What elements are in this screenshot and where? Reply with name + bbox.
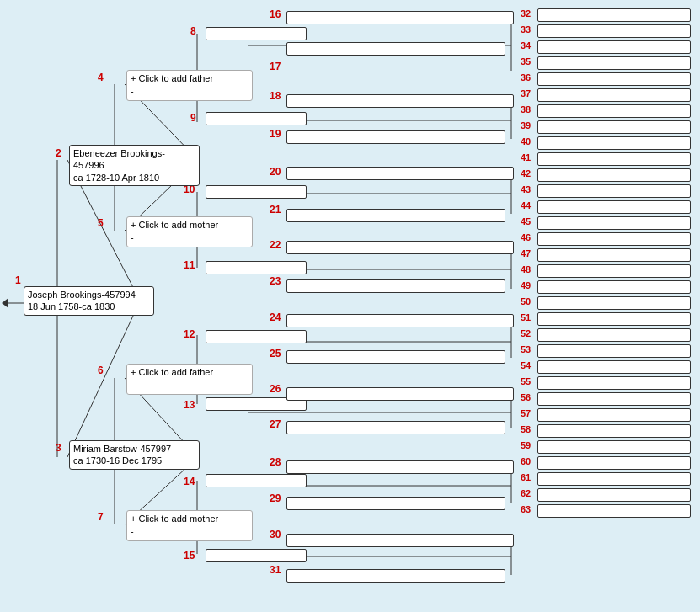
- gen3-box-24[interactable]: [286, 314, 514, 327]
- right-num-57: 57: [521, 408, 531, 418]
- gen4-box-41[interactable]: [537, 152, 691, 166]
- gen4-box-48[interactable]: [537, 264, 691, 278]
- person-2-box[interactable]: Ebeneezer Brookings-457996 ca 1728-10 Ap…: [69, 145, 200, 186]
- gen3-box-20[interactable]: [286, 167, 514, 180]
- gen2-box-10[interactable]: [206, 185, 307, 199]
- gen-num-4: 4: [98, 72, 104, 83]
- gen4-box-49[interactable]: [537, 280, 691, 294]
- gen3-box-19[interactable]: [286, 130, 505, 144]
- gen4-box-42[interactable]: [537, 168, 691, 182]
- gen-num-17: 17: [270, 61, 281, 72]
- person-2-dates: ca 1728-10 Apr 1810: [73, 172, 195, 184]
- gen3-box-23[interactable]: [286, 279, 505, 293]
- gen2-box-14[interactable]: [206, 474, 307, 487]
- gen4-box-57[interactable]: [537, 408, 691, 422]
- gen-num-8: 8: [190, 25, 196, 37]
- person-1-box[interactable]: Joseph Brookings-457994 18 Jun 1758-ca 1…: [24, 286, 154, 316]
- right-num-45: 45: [521, 216, 531, 226]
- gen3-box-26[interactable]: [286, 387, 514, 401]
- gen-num-27: 27: [270, 418, 281, 430]
- gen3-box-25[interactable]: [286, 350, 505, 364]
- gen2-box-9[interactable]: [206, 112, 307, 125]
- gen4-box-54[interactable]: [537, 360, 691, 374]
- gen4-box-32[interactable]: [537, 8, 691, 22]
- gen4-box-52[interactable]: [537, 328, 691, 342]
- gen4-box-33[interactable]: [537, 24, 691, 38]
- gen3-box-17[interactable]: [286, 42, 505, 56]
- add-father-6-label: + Click to add father: [131, 366, 248, 379]
- gen4-box-38[interactable]: [537, 104, 691, 118]
- gen-num-26: 26: [270, 383, 281, 395]
- gen4-box-44[interactable]: [537, 200, 691, 214]
- gen-num-25: 25: [270, 348, 281, 359]
- add-mother-7-box[interactable]: + Click to add mother -: [126, 510, 253, 541]
- right-num-43: 43: [521, 184, 531, 194]
- gen4-box-58[interactable]: [537, 424, 691, 438]
- gen2-box-12[interactable]: [206, 330, 307, 343]
- gen4-box-50[interactable]: [537, 296, 691, 310]
- gen4-box-62[interactable]: [537, 488, 691, 502]
- add-mother-7-label: + Click to add mother: [131, 513, 248, 525]
- gen4-box-61[interactable]: [537, 472, 691, 486]
- gen3-box-31[interactable]: [286, 569, 505, 583]
- gen4-box-46[interactable]: [537, 232, 691, 246]
- gen4-box-39[interactable]: [537, 120, 691, 134]
- right-num-42: 42: [521, 168, 531, 178]
- right-num-34: 34: [521, 40, 531, 51]
- gen3-box-16[interactable]: [286, 11, 514, 24]
- gen3-box-27[interactable]: [286, 421, 505, 434]
- gen-num-14: 14: [184, 476, 195, 487]
- gen4-box-55[interactable]: [537, 376, 691, 390]
- gen4-box-47[interactable]: [537, 248, 691, 262]
- gen4-box-63[interactable]: [537, 504, 691, 518]
- right-num-36: 36: [521, 72, 531, 82]
- gen4-box-56[interactable]: [537, 392, 691, 406]
- right-num-63: 63: [521, 504, 531, 514]
- right-num-35: 35: [521, 56, 531, 67]
- add-father-4-box[interactable]: + Click to add father -: [126, 70, 253, 101]
- right-num-59: 59: [521, 440, 531, 450]
- right-num-48: 48: [521, 264, 531, 274]
- gen3-box-28[interactable]: [286, 460, 514, 474]
- gen2-box-15[interactable]: [206, 549, 307, 562]
- gen-num-5: 5: [98, 217, 104, 229]
- gen4-box-34[interactable]: [537, 40, 691, 54]
- gen2-box-8[interactable]: [206, 27, 307, 40]
- gen4-box-45[interactable]: [537, 216, 691, 230]
- gen3-box-30[interactable]: [286, 534, 514, 547]
- gen-num-1: 1: [15, 274, 21, 286]
- gen4-box-59[interactable]: [537, 440, 691, 454]
- right-num-60: 60: [521, 456, 531, 466]
- right-num-50: 50: [521, 296, 531, 306]
- gen3-box-29[interactable]: [286, 497, 505, 510]
- gen4-box-51[interactable]: [537, 312, 691, 326]
- right-num-38: 38: [521, 104, 531, 114]
- person-3-name: Miriam Barstow-457997: [73, 443, 195, 455]
- gen-num-19: 19: [270, 128, 281, 140]
- gen4-box-40[interactable]: [537, 136, 691, 150]
- gen-num-22: 22: [270, 239, 281, 251]
- right-num-44: 44: [521, 200, 531, 210]
- add-father-6-box[interactable]: + Click to add father -: [126, 364, 253, 395]
- add-mother-5-box[interactable]: + Click to add mother -: [126, 216, 253, 247]
- gen3-box-22[interactable]: [286, 241, 514, 254]
- gen4-box-35[interactable]: [537, 56, 691, 70]
- gen4-box-37[interactable]: [537, 88, 691, 102]
- gen4-box-36[interactable]: [537, 72, 691, 86]
- gen4-box-53[interactable]: [537, 344, 691, 358]
- gen-num-29: 29: [270, 492, 281, 504]
- gen3-box-21[interactable]: [286, 209, 505, 222]
- right-num-39: 39: [521, 120, 531, 130]
- chart-container: 1 2 3 4 5 6 7 8 9 10 11 12 13 14 15 16 1…: [0, 0, 700, 612]
- gen4-box-60[interactable]: [537, 456, 691, 470]
- person-3-box[interactable]: Miriam Barstow-457997 ca 1730-16 Dec 179…: [69, 440, 200, 470]
- right-num-46: 46: [521, 232, 531, 242]
- gen2-box-11[interactable]: [206, 261, 307, 274]
- right-num-33: 33: [521, 24, 531, 35]
- right-num-62: 62: [521, 488, 531, 498]
- gen3-box-18[interactable]: [286, 94, 514, 108]
- gen-num-9: 9: [190, 112, 196, 124]
- gen4-box-43[interactable]: [537, 184, 691, 198]
- gen-num-3: 3: [56, 442, 61, 454]
- gen-num-12: 12: [184, 328, 195, 340]
